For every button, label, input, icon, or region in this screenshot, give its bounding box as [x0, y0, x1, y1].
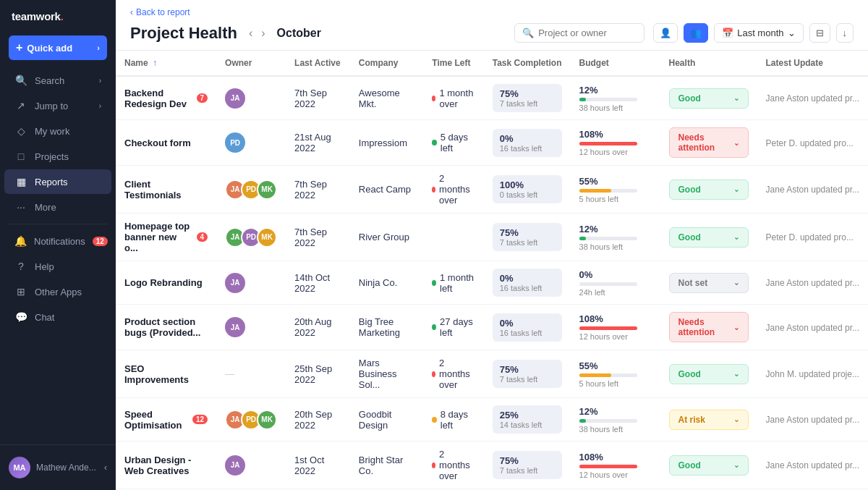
sidebar-item-my-work[interactable]: ◇ My work	[4, 119, 111, 143]
chevron-icon: ›	[99, 102, 101, 110]
budget-info: 0% 24h left	[579, 269, 652, 297]
user-profile[interactable]: MA Mathew Ande... ‹	[0, 451, 116, 484]
project-name-cell[interactable]: Client Testimonials	[116, 166, 216, 214]
health-cell[interactable]: Needs attention ⌄	[660, 305, 757, 350]
task-pct: 0%	[500, 273, 555, 284]
logo-dot: .	[61, 10, 64, 22]
health-cell[interactable]: Good ⌄	[660, 214, 757, 261]
sidebar-item-search[interactable]: 🔍 Search ›	[4, 68, 111, 93]
sidebar-item-notifications[interactable]: 🔔 Notifications 12	[4, 229, 111, 253]
avatar: MK	[257, 179, 277, 200]
chat-icon: 💬	[14, 311, 27, 323]
sidebar-item-jump-to[interactable]: ↗ Jump to ›	[4, 93, 111, 118]
budget-pct: 108%	[579, 313, 652, 324]
budget-cell: 55% 5 hours left	[571, 350, 660, 398]
collapse-icon[interactable]: ‹	[104, 462, 107, 473]
project-name-cell[interactable]: Homepage top banner new o...4	[116, 214, 216, 261]
budget-pct: 12%	[579, 85, 652, 96]
budget-bar-track	[579, 98, 637, 101]
project-name: Product section bugs (Provided...	[124, 316, 208, 338]
task-completion-badge: 75% 7 tasks left	[493, 360, 562, 388]
task-completion-badge: 75% 7 tasks left	[493, 84, 562, 112]
sidebar-item-reports[interactable]: ▦ Reports	[4, 169, 111, 194]
sidebar-item-more[interactable]: ··· More	[4, 195, 111, 219]
health-badge[interactable]: Needs attention ⌄	[669, 127, 749, 158]
back-link[interactable]: ‹ Back to report	[130, 7, 854, 17]
search-icon: 🔍	[14, 75, 27, 86]
budget-pct: 108%	[579, 129, 652, 140]
col-header-budget: Budget	[571, 51, 660, 76]
person-view-button[interactable]: 👤	[653, 23, 678, 43]
latest-update-cell: Peter D. updated pro...	[757, 120, 868, 166]
time-dot	[432, 371, 435, 377]
health-badge[interactable]: Good ⌄	[669, 179, 749, 200]
sidebar-item-help[interactable]: ? Help	[4, 254, 111, 279]
time-dot	[432, 140, 436, 145]
time-left-cell: 27 days left	[423, 305, 483, 350]
health-cell[interactable]: Good ⌄	[660, 350, 757, 398]
owner-cell: JA PD MK	[216, 214, 286, 261]
sidebar-item-chat[interactable]: 💬 Chat	[4, 305, 111, 329]
search-box[interactable]: 🔍	[514, 23, 644, 43]
project-name-cell[interactable]: Urban Design - Web Creatives	[116, 442, 216, 489]
health-cell[interactable]: Good ⌄	[660, 166, 757, 214]
last-active-cell: 14th Oct 2022	[286, 261, 350, 305]
time-dot	[432, 324, 436, 330]
project-name-cell[interactable]: Logo Rebranding	[116, 261, 216, 305]
budget-pct: 108%	[579, 452, 652, 462]
prev-month-button[interactable]: ‹	[246, 25, 255, 41]
next-month-button[interactable]: ›	[258, 25, 268, 41]
col-header-last-active: Last Active	[286, 51, 350, 76]
health-badge[interactable]: Good ⌄	[669, 88, 749, 109]
table-row: Homepage top banner new o...4 JA PD MK 7…	[116, 214, 868, 261]
time-left-value: 2 months over	[432, 358, 475, 390]
health-cell[interactable]: Good ⌄	[660, 442, 757, 489]
budget-cell: 12% 38 hours left	[571, 76, 660, 120]
task-completion-cell: 75% 7 tasks left	[484, 76, 571, 120]
health-cell[interactable]: At risk ⌄	[660, 398, 757, 442]
project-name-cell[interactable]: Backend Redesign Dev7	[116, 76, 216, 120]
time-left-text: 1 month left	[440, 272, 475, 294]
col-header-owner: Owner	[216, 51, 286, 76]
task-completion-cell: 75% 7 tasks left	[484, 350, 571, 398]
back-arrow-icon: ‹	[130, 7, 133, 17]
project-name-cell[interactable]: Speed Optimisation12	[116, 398, 216, 442]
plus-icon: +	[16, 41, 22, 54]
health-cell[interactable]: Needs attention ⌄	[660, 120, 757, 166]
more-icon: ···	[14, 201, 27, 213]
health-cell[interactable]: Good ⌄	[660, 76, 757, 120]
owner-cell: JA	[216, 261, 286, 305]
health-badge[interactable]: Not set ⌄	[669, 273, 749, 293]
time-left-cell: 1 month left	[423, 261, 483, 305]
health-badge[interactable]: Needs attention ⌄	[669, 312, 749, 342]
project-name-cell[interactable]: Product section bugs (Provided...	[116, 305, 216, 350]
budget-hours: 12 hours over	[579, 148, 652, 156]
health-badge[interactable]: Good ⌄	[669, 455, 749, 476]
time-left-value: 27 days left	[432, 316, 475, 338]
header-actions: 👤 👥 📅 Last month ⌄ ⊟ ↓	[653, 23, 854, 43]
table-row: Checkout formPD21st Aug 2022Impressiom 5…	[116, 120, 868, 166]
health-cell[interactable]: Not set ⌄	[660, 261, 757, 305]
group-view-button[interactable]: 👥	[684, 23, 708, 43]
project-name-cell[interactable]: SEO Improvements	[116, 350, 216, 398]
last-active-cell: 20th Sep 2022	[286, 398, 350, 442]
health-badge[interactable]: At risk ⌄	[669, 410, 749, 430]
task-completion-badge: 0% 16 tasks left	[493, 129, 562, 157]
col-header-name[interactable]: Name ↑	[116, 51, 216, 76]
sidebar-item-projects[interactable]: □ Projects	[4, 144, 111, 169]
task-completion-badge: 75% 7 tasks left	[493, 451, 562, 479]
search-input[interactable]	[538, 28, 625, 38]
sidebar-item-other-apps[interactable]: ⊞ Other Apps	[4, 279, 111, 304]
health-badge[interactable]: Good ⌄	[669, 364, 749, 384]
time-left-text: 5 days left	[441, 132, 475, 153]
task-pct: 0%	[500, 318, 555, 329]
health-label: Good	[678, 369, 701, 379]
filter-button[interactable]: ⊟	[809, 23, 830, 43]
health-badge[interactable]: Good ⌄	[669, 227, 749, 248]
project-name-cell[interactable]: Checkout form	[116, 120, 216, 166]
task-completion-cell: 100% 0 tasks left	[484, 166, 571, 214]
quick-add-button[interactable]: + Quick add ›	[9, 35, 107, 60]
date-filter-button[interactable]: 📅 Last month ⌄	[714, 23, 803, 43]
last-active-cell: 7th Sep 2022	[286, 76, 350, 120]
download-button[interactable]: ↓	[836, 23, 854, 43]
